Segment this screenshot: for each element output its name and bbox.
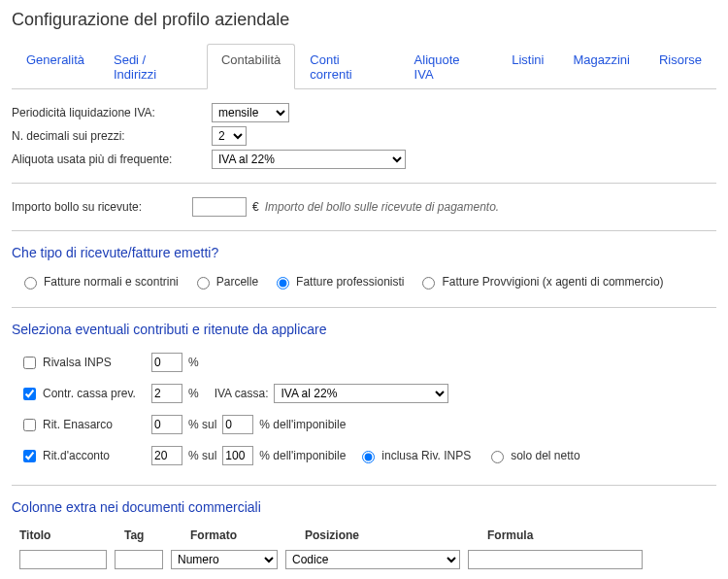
pct-sign: % bbox=[188, 387, 199, 400]
page-title: Configurazione del profilo aziendale bbox=[12, 10, 716, 30]
columns-header-row: Titolo Tag Formato Posizione Formula bbox=[12, 525, 716, 546]
radio-parcelle[interactable] bbox=[197, 277, 210, 290]
radio-label: Fatture Provvigioni (x agenti di commerc… bbox=[442, 275, 663, 289]
enasarco-check[interactable]: Rit. Enasarco bbox=[19, 416, 136, 434]
tab-contabilita[interactable]: Contabilità bbox=[207, 44, 295, 89]
decimali-select[interactable]: 2 bbox=[212, 126, 247, 146]
radio-fatture-provvigioni[interactable] bbox=[422, 277, 435, 290]
radio-solo-netto[interactable] bbox=[491, 451, 504, 463]
sul-label: % sul bbox=[188, 418, 216, 431]
enasarco-pct[interactable] bbox=[151, 415, 182, 434]
rivalsa-inps-pct[interactable] bbox=[151, 353, 182, 372]
divider bbox=[12, 230, 716, 231]
radio-label: Parcelle bbox=[216, 275, 258, 289]
tab-risorse[interactable]: Risorse bbox=[645, 44, 716, 89]
opt-fatture-normali[interactable]: Fatture normali e scontrini bbox=[19, 274, 179, 290]
opt-fatture-provvigioni[interactable]: Fatture Provvigioni (x agenti di commerc… bbox=[417, 274, 663, 290]
col-formula-input[interactable] bbox=[468, 550, 643, 569]
col-header-titolo: Titolo bbox=[19, 528, 116, 542]
radio-label: inclusa Riv. INPS bbox=[381, 449, 471, 462]
checkbox-rivalsa-inps[interactable] bbox=[23, 357, 36, 369]
radio-inclusa-riv-inps[interactable] bbox=[362, 451, 375, 463]
tab-magazzini[interactable]: Magazzini bbox=[558, 44, 645, 89]
cassa-prev-check[interactable]: Contr. cassa prev. bbox=[19, 385, 136, 403]
radio-label: Fatture professionisti bbox=[296, 275, 404, 289]
col-header-posizione: Posizione bbox=[305, 528, 480, 542]
tabs-bar: Generalità Sedi / Indirizzi Contabilità … bbox=[12, 44, 716, 89]
bollo-input[interactable] bbox=[192, 197, 247, 217]
check-label: Rit.d'acconto bbox=[43, 449, 110, 462]
radio-label: solo del netto bbox=[511, 449, 579, 462]
columns-value-row: Numero Codice bbox=[12, 546, 716, 573]
bollo-hint: Importo del bollo sulle ricevute di paga… bbox=[265, 200, 499, 214]
divider bbox=[12, 307, 716, 308]
bollo-label: Importo bollo su ricevute: bbox=[12, 200, 186, 214]
decimali-label: N. decimali sui prezzi: bbox=[12, 129, 206, 143]
imp-suffix: % dell'imponibile bbox=[259, 449, 346, 462]
divider bbox=[12, 183, 716, 184]
check-label: Rit. Enasarco bbox=[43, 418, 113, 431]
bollo-currency: € bbox=[252, 200, 259, 214]
check-label: Rivalsa INPS bbox=[43, 356, 112, 369]
sul-label: % sul bbox=[188, 449, 216, 462]
acconto-pct[interactable] bbox=[151, 446, 182, 465]
checkbox-enasarco[interactable] bbox=[23, 419, 36, 431]
section-colonne-extra: Colonne extra nei documenti commerciali bbox=[12, 499, 716, 515]
check-label: Contr. cassa prev. bbox=[43, 387, 136, 400]
periodicita-label: Periodicità liquidazione IVA: bbox=[12, 106, 206, 119]
col-posizione-select[interactable]: Codice bbox=[285, 550, 460, 569]
col-header-formula: Formula bbox=[487, 528, 662, 542]
cassa-prev-pct[interactable] bbox=[151, 384, 182, 403]
tab-listini[interactable]: Listini bbox=[497, 44, 558, 89]
col-titolo-input[interactable] bbox=[19, 550, 107, 569]
checkbox-cassa-prev[interactable] bbox=[23, 388, 36, 400]
tab-sedi-indirizzi[interactable]: Sedi / Indirizzi bbox=[99, 44, 207, 89]
tipo-ricevute-group: Fatture normali e scontrini Parcelle Fat… bbox=[12, 270, 716, 293]
tab-conti-correnti[interactable]: Conti correnti bbox=[295, 44, 399, 89]
acconto-imp-pct[interactable] bbox=[222, 446, 253, 465]
section-tipo-ricevute: Che tipo di ricevute/fatture emetti? bbox=[12, 245, 716, 260]
opt-parcelle[interactable]: Parcelle bbox=[192, 274, 258, 290]
tab-generalita[interactable]: Generalità bbox=[12, 44, 99, 89]
iva-cassa-label: IVA cassa: bbox=[215, 387, 269, 400]
enasarco-imp-pct[interactable] bbox=[222, 415, 253, 434]
col-header-formato: Formato bbox=[190, 528, 297, 542]
aliquota-freq-label: Aliquota usata più di frequente: bbox=[12, 153, 206, 166]
acconto-check[interactable]: Rit.d'acconto bbox=[19, 447, 136, 465]
col-tag-input[interactable] bbox=[115, 550, 163, 569]
divider bbox=[12, 485, 716, 486]
opt-inclusa-riv-inps[interactable]: inclusa Riv. INPS bbox=[357, 448, 471, 463]
radio-fatture-normali[interactable] bbox=[24, 277, 37, 290]
iva-cassa-select[interactable]: IVA al 22% bbox=[274, 384, 448, 403]
periodicita-select[interactable]: mensile bbox=[212, 103, 289, 122]
col-header-tag: Tag bbox=[124, 528, 182, 542]
section-contributi: Seleziona eventuali contributi e ritenut… bbox=[12, 322, 716, 337]
col-formato-select[interactable]: Numero bbox=[171, 550, 278, 569]
rivalsa-inps-check[interactable]: Rivalsa INPS bbox=[19, 354, 136, 372]
imp-suffix: % dell'imponibile bbox=[259, 418, 346, 431]
pct-sign: % bbox=[188, 356, 199, 369]
checkbox-acconto[interactable] bbox=[23, 450, 36, 462]
tab-aliquote-iva[interactable]: Aliquote IVA bbox=[400, 44, 498, 89]
opt-fatture-professionisti[interactable]: Fatture professionisti bbox=[272, 274, 404, 290]
aliquota-freq-select[interactable]: IVA al 22% bbox=[212, 150, 406, 169]
radio-fatture-professionisti[interactable] bbox=[277, 277, 289, 290]
opt-solo-netto[interactable]: solo del netto bbox=[486, 448, 579, 463]
radio-label: Fatture normali e scontrini bbox=[44, 275, 179, 289]
